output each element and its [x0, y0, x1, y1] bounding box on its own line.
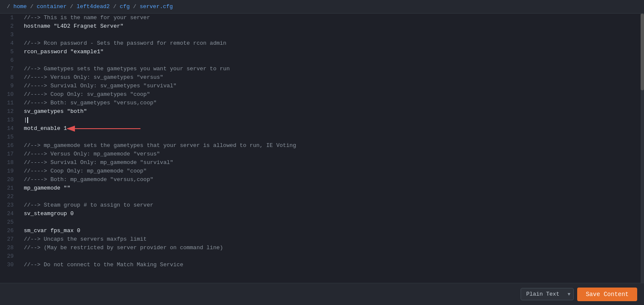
- line-number: 18: [0, 158, 20, 167]
- breadcrumb-home[interactable]: home: [14, 3, 27, 10]
- line-number: 21: [0, 184, 20, 193]
- line-content[interactable]: //----> Both: sv_gametypes "versus,coop": [20, 99, 641, 107]
- editor-scroll[interactable]: 1//--> This is the name for your server2…: [0, 14, 641, 283]
- line-row: 14motd_enable 1: [0, 124, 641, 133]
- line-row: 20//----> Both: mp_gamemode "versus,coop…: [0, 176, 641, 184]
- line-row: 15: [0, 133, 641, 141]
- breadcrumb-cfg[interactable]: cfg: [120, 3, 129, 10]
- line-content[interactable]: //----> Survival Only: mp_gamemode "surv…: [20, 158, 641, 167]
- scrollbar-thumb[interactable]: [641, 14, 644, 90]
- line-row: 4//--> Rcon password - Sets the password…: [0, 39, 641, 48]
- line-row: 19//----> Coop Only: mp_gamemode "coop": [0, 167, 641, 176]
- line-row: 9//----> Survival Only: sv_gametypes "su…: [0, 82, 641, 90]
- language-select-wrapper: Plain Text CFG INI YAML JSON ▼: [521, 288, 574, 300]
- line-row: 27//--> Uncaps the servers maxfps limit: [0, 235, 641, 244]
- line-content[interactable]: //----> Survival Only: sv_gametypes "sur…: [20, 82, 641, 90]
- line-content[interactable]: //--> Uncaps the servers maxfps limit: [20, 235, 641, 244]
- line-content[interactable]: rcon_password "example1": [20, 48, 641, 56]
- language-select[interactable]: Plain Text CFG INI YAML JSON: [521, 288, 574, 300]
- line-content[interactable]: [20, 31, 641, 39]
- line-row: 24sv_steamgroup 0: [0, 210, 641, 218]
- line-number: 9: [0, 82, 20, 90]
- line-content[interactable]: sv_gametypes "both": [20, 107, 641, 116]
- save-content-button[interactable]: Save Content: [577, 288, 637, 301]
- line-row: 1//--> This is the name for your server: [0, 14, 641, 22]
- line-content[interactable]: [20, 218, 641, 227]
- line-row: 25: [0, 218, 641, 227]
- line-content[interactable]: [20, 193, 641, 201]
- line-number: 7: [0, 65, 20, 73]
- line-number: 5: [0, 48, 20, 56]
- line-row: 21mp_gamemode "": [0, 184, 641, 193]
- line-content[interactable]: //----> Coop Only: mp_gamemode "coop": [20, 167, 641, 176]
- line-row: 22: [0, 193, 641, 201]
- bottom-bar: Plain Text CFG INI YAML JSON ▼ Save Cont…: [0, 283, 644, 305]
- line-number: 26: [0, 227, 20, 235]
- line-row: 8//----> Versus Only: sv_gametypes "vers…: [0, 73, 641, 82]
- line-row: 23//--> Steam group # to assign to serve…: [0, 201, 641, 210]
- line-row: 7//--> Gametypes sets the gametypes you …: [0, 65, 641, 73]
- line-row: 16//--> mp_gamemode sets the gametypes t…: [0, 141, 641, 150]
- breadcrumb: / home / container / left4dead2 / cfg / …: [0, 0, 644, 14]
- line-content[interactable]: //--> (May be restricted by server provi…: [20, 244, 641, 252]
- line-content[interactable]: //--> mp_gamemode sets the gametypes tha…: [20, 141, 641, 150]
- line-number: 11: [0, 99, 20, 107]
- line-content[interactable]: [20, 252, 641, 261]
- line-row: 17//----> Versus Only: mp_gamemode "vers…: [0, 150, 641, 158]
- line-number: 23: [0, 201, 20, 210]
- line-content[interactable]: sv_steamgroup 0: [20, 210, 641, 218]
- line-number: 24: [0, 210, 20, 218]
- line-number: 13: [0, 116, 20, 124]
- breadcrumb-left4dead2[interactable]: left4dead2: [77, 3, 110, 10]
- breadcrumb-separator: /: [7, 3, 14, 10]
- line-number: 2: [0, 22, 20, 31]
- line-row: 13: [0, 116, 641, 124]
- line-content[interactable]: sm_cvar fps_max 0: [20, 227, 641, 235]
- line-row: 11//----> Both: sv_gametypes "versus,coo…: [0, 99, 641, 107]
- line-content[interactable]: [20, 133, 641, 141]
- line-number: 22: [0, 193, 20, 201]
- line-row: 29: [0, 252, 641, 261]
- line-content[interactable]: //----> Versus Only: mp_gamemode "versus…: [20, 150, 641, 158]
- line-number: 10: [0, 90, 20, 99]
- line-content[interactable]: //----> Versus Only: sv_gametypes "versu…: [20, 73, 641, 82]
- breadcrumb-sep-3: /: [113, 3, 120, 10]
- line-number: 20: [0, 176, 20, 184]
- breadcrumb-sep-1: /: [30, 3, 37, 10]
- line-row: 5rcon_password "example1": [0, 48, 641, 56]
- breadcrumb-container[interactable]: container: [37, 3, 66, 10]
- line-number: 16: [0, 141, 20, 150]
- line-content[interactable]: mp_gamemode "": [20, 184, 641, 193]
- line-number: 27: [0, 235, 20, 244]
- line-content[interactable]: //--> This is the name for your server: [20, 14, 641, 22]
- line-number: 1: [0, 14, 20, 22]
- line-content[interactable]: //----> Both: mp_gamemode "versus,coop": [20, 176, 641, 184]
- breadcrumb-server-cfg[interactable]: server.cfg: [140, 3, 173, 10]
- line-number: 6: [0, 56, 20, 65]
- scrollbar-track[interactable]: [641, 14, 644, 283]
- line-number: 29: [0, 252, 20, 261]
- line-content[interactable]: //--> Gametypes sets the gametypes you w…: [20, 65, 641, 73]
- line-row: 3: [0, 31, 641, 39]
- line-row: 18//----> Survival Only: mp_gamemode "su…: [0, 158, 641, 167]
- line-number: 3: [0, 31, 20, 39]
- line-content[interactable]: motd_enable 1: [20, 124, 641, 133]
- line-row: 12sv_gametypes "both": [0, 107, 641, 116]
- line-row: 28//--> (May be restricted by server pro…: [0, 244, 641, 252]
- line-content[interactable]: //--> Do not connect to the Match Making…: [20, 261, 641, 269]
- line-number: 17: [0, 150, 20, 158]
- line-row: 6: [0, 56, 641, 65]
- line-number: 4: [0, 39, 20, 48]
- line-content[interactable]: [20, 116, 641, 124]
- breadcrumb-sep-2: /: [70, 3, 77, 10]
- line-row: 10//----> Coop Only: sv_gametypes "coop": [0, 90, 641, 99]
- line-number: 19: [0, 167, 20, 176]
- line-number: 28: [0, 244, 20, 252]
- line-content[interactable]: //--> Steam group # to assign to server: [20, 201, 641, 210]
- line-content[interactable]: [20, 56, 641, 65]
- line-content[interactable]: hostname "L4D2 Fragnet Server": [20, 22, 641, 31]
- line-row: 2hostname "L4D2 Fragnet Server": [0, 22, 641, 31]
- line-content[interactable]: //--> Rcon password - Sets the password …: [20, 39, 641, 48]
- editor-area: 1//--> This is the name for your server2…: [0, 14, 644, 283]
- line-content[interactable]: //----> Coop Only: sv_gametypes "coop": [20, 90, 641, 99]
